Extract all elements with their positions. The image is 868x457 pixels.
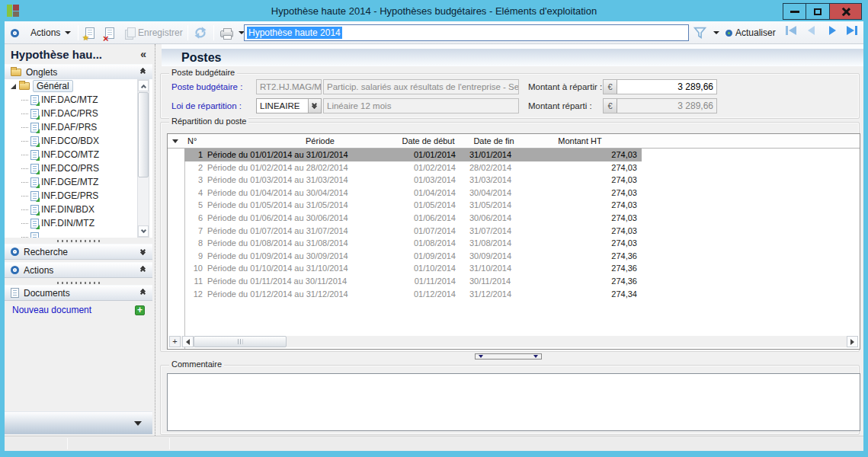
poste-code-field[interactable]: RT2.HJ.MAG/MTL [256, 79, 322, 94]
table-row[interactable]: 1Période du 01/01/2014 au 31/01/201401/0… [168, 149, 860, 161]
tree-item-clipped[interactable] [5, 230, 152, 238]
table-cell: 01/01/2014 [390, 149, 457, 161]
save-button[interactable]: Enregistrer [125, 21, 186, 44]
table-row[interactable]: 11Période du 01/11/2014 au 30/11/201401/… [168, 275, 860, 288]
last-record-button[interactable] [843, 21, 861, 40]
tree-item[interactable]: INF.DGE/PRS [5, 189, 152, 203]
document-icon [11, 288, 19, 298]
table-row[interactable]: 7Période du 01/07/2014 au 31/07/201401/0… [168, 225, 860, 238]
tree-item[interactable]: INF.DCO/MTZ [5, 148, 152, 161]
form-page-icon [30, 109, 39, 119]
save-label: Enregistrer [138, 27, 183, 38]
currency-euro-icon[interactable]: € [604, 80, 617, 94]
collapse-up-icon[interactable] [141, 268, 145, 273]
new-document-link[interactable]: Nouveau document [12, 305, 135, 315]
app-window: Hypothèse haute 2014 - Hypothèses budgét… [0, 0, 868, 457]
table-cell: 4 [184, 187, 204, 200]
tree-root[interactable]: Général [5, 79, 152, 93]
tree-item-label: INF.DIN/MTZ [41, 218, 94, 228]
tree-expand-icon[interactable] [11, 84, 16, 89]
tree-item[interactable]: INF.DAC/PRS [5, 107, 152, 120]
table-cell: 274,34 [523, 288, 637, 301]
table-row[interactable]: 12Période du 01/12/2014 au 31/12/201401/… [168, 288, 860, 301]
panel-splitter-dots[interactable] [57, 240, 100, 242]
filter-button[interactable] [693, 21, 707, 44]
combo-dropdown-button[interactable] [308, 99, 321, 113]
scroll-up-button[interactable] [138, 80, 149, 91]
currency-euro-icon: € [604, 99, 617, 113]
tree-item[interactable]: INF.DGE/MTZ [5, 175, 152, 189]
loi-repartition-value: LINEAIRE [257, 101, 308, 110]
table-cell: 31/07/2014 [469, 225, 523, 238]
table-row[interactable]: 2Période du 01/02/2014 au 28/02/201401/0… [168, 161, 860, 174]
tree-item[interactable]: INF.DCO/BDX [5, 134, 152, 148]
triangle-down-icon [134, 421, 142, 426]
onglets-tree: Général INF.DAC/MTZINF.DAC/PRSINF.DAF/PR… [5, 79, 152, 238]
table-row[interactable]: 10Période du 01/10/2014 au 31/10/201401/… [168, 262, 860, 275]
actions-menu-button[interactable]: Actions [27, 21, 71, 44]
panel-splitter-dots[interactable] [57, 282, 100, 284]
add-row-button[interactable]: + [169, 336, 181, 347]
collapse-up-icon[interactable] [141, 291, 145, 296]
horizontal-splitter[interactable] [475, 353, 542, 360]
section-onglets[interactable]: Onglets [5, 64, 152, 80]
previous-record-button[interactable] [802, 21, 821, 40]
record-title-input[interactable]: Hypothèse haute 2014 [244, 24, 689, 41]
hscrollbar-thumb[interactable] [194, 336, 287, 347]
tree-item[interactable]: INF.DIN/MTZ [5, 216, 152, 230]
workarea: Hypothèse hau... « Onglets Général INF.D… [5, 44, 863, 436]
table-row[interactable]: 4Période du 01/04/2014 au 30/04/201401/0… [168, 187, 860, 200]
close-button[interactable] [830, 3, 862, 20]
table-row[interactable]: 8Période du 01/08/2014 au 31/08/201401/0… [168, 237, 860, 250]
montant-a-repartir-field[interactable]: € 3 289,66 [603, 79, 717, 94]
commentaire-textarea[interactable] [167, 373, 860, 431]
triangle-down-icon [533, 355, 538, 358]
table-cell: 28/02/2014 [469, 161, 523, 174]
loi-repartition-combo[interactable]: LINEAIRE [256, 98, 322, 113]
chevron-down-icon [140, 227, 146, 232]
add-document-button[interactable]: + [135, 305, 145, 315]
section-documents[interactable]: Documents [5, 285, 152, 301]
scroll-left-button[interactable] [182, 336, 194, 347]
column-header[interactable]: Date de début [396, 134, 460, 149]
minimize-button[interactable] [783, 3, 806, 20]
scroll-right-button[interactable] [847, 336, 858, 347]
new-record-button[interactable]: ★ [85, 21, 94, 44]
table-cell: 2 [184, 161, 204, 174]
tree-item-label: INF.DAC/MTZ [41, 94, 98, 105]
table-row[interactable]: 9Période du 01/09/2014 au 30/09/201401/0… [168, 250, 860, 263]
refresh-data-button[interactable]: Actualiser [725, 21, 779, 44]
scrollbar-thumb[interactable] [138, 92, 149, 177]
first-record-button[interactable] [782, 21, 800, 40]
tree-item[interactable]: INF.DAC/MTZ [5, 93, 152, 107]
tree-scrollbar[interactable] [137, 79, 149, 238]
sidebar-title: Hypothèse hau... [11, 48, 140, 61]
column-header[interactable]: Date de fin [465, 134, 523, 149]
star-icon: ★ [82, 34, 89, 42]
column-header[interactable]: N° [184, 134, 204, 149]
section-actions[interactable]: Actions [5, 262, 152, 278]
sidebar-bottom-bar[interactable] [5, 411, 152, 434]
table-row[interactable]: 5Période du 01/05/2014 au 31/05/201401/0… [168, 199, 860, 212]
row-indicator-icon[interactable] [172, 139, 178, 143]
target-icon [11, 248, 19, 256]
section-recherche[interactable]: Recherche [5, 244, 152, 260]
delete-record-button[interactable]: × [105, 21, 114, 44]
collapse-up-icon[interactable] [141, 70, 145, 75]
tree-item[interactable]: INF.DIN/BDX [5, 203, 152, 216]
tree-item[interactable]: INF.DAF/PRS [5, 120, 152, 134]
table-body: 1Période du 01/01/2014 au 31/01/201401/0… [168, 149, 860, 349]
refresh-button[interactable] [194, 21, 207, 44]
expand-down-icon[interactable] [141, 250, 145, 254]
tree-item[interactable]: INF.DCO/PRS [5, 161, 152, 175]
filter-options-button[interactable] [712, 21, 719, 44]
column-header[interactable]: Montant HT [523, 134, 637, 149]
print-button[interactable] [220, 21, 245, 44]
table-row[interactable]: 3Période du 01/03/2014 au 31/03/201401/0… [168, 174, 860, 187]
collapse-sidebar-icon[interactable]: « [140, 50, 146, 59]
maximize-button[interactable] [806, 3, 830, 20]
new-document-icon: ★ [85, 27, 94, 39]
next-record-button[interactable] [823, 21, 841, 40]
table-row[interactable]: 6Période du 01/06/2014 au 30/06/201401/0… [168, 212, 860, 225]
scroll-down-button[interactable] [138, 225, 149, 237]
